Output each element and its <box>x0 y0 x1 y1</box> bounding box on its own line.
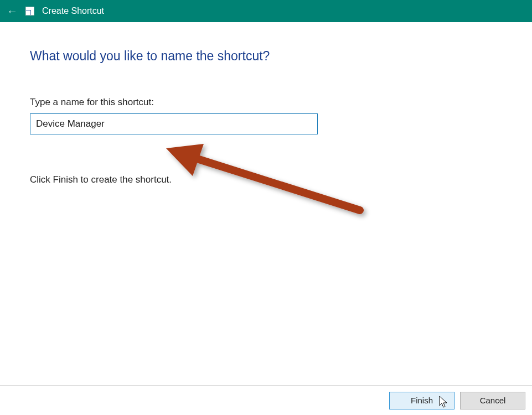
wizard-footer: Finish Cancel <box>0 385 532 415</box>
shortcut-file-icon <box>25 7 34 15</box>
cancel-button[interactable]: Cancel <box>460 392 525 409</box>
finish-button[interactable]: Finish <box>389 392 454 409</box>
shortcut-name-label: Type a name for this shortcut: <box>30 97 502 108</box>
titlebar: ← Create Shortcut <box>0 0 532 22</box>
page-heading: What would you like to name the shortcut… <box>30 49 502 64</box>
wizard-content: What would you like to name the shortcut… <box>0 22 532 185</box>
shortcut-name-input[interactable] <box>30 113 318 134</box>
window-title: Create Shortcut <box>42 6 104 16</box>
back-arrow-icon[interactable]: ← <box>7 6 18 17</box>
instruction-text: Click Finish to create the shortcut. <box>30 174 502 185</box>
